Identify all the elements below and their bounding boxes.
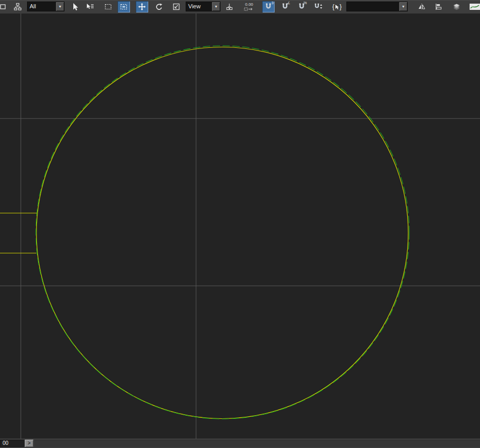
- snap-3d-superscript: 3: [271, 1, 274, 5]
- chevron-down-icon: ▼: [214, 5, 218, 8]
- snap-offset-control[interactable]: 0.00: [240, 1, 258, 12]
- status-numeric-field[interactable]: 00: [0, 440, 24, 447]
- select-and-rotate-button[interactable]: [153, 1, 165, 12]
- magnet-spinner-icon: [314, 3, 322, 11]
- percent-snap-superscript: %: [304, 1, 307, 5]
- mirror-icon: [418, 3, 426, 11]
- schematic-view-button[interactable]: [11, 1, 24, 12]
- select-by-name-icon: [86, 3, 94, 11]
- mirror-button[interactable]: [416, 1, 428, 12]
- scale-icon: [172, 3, 180, 11]
- selection-filter-value: All: [28, 2, 56, 11]
- rotate-icon: [155, 3, 163, 11]
- viewport-canvas[interactable]: [0, 14, 480, 439]
- rectangular-selection-region-button[interactable]: [102, 1, 114, 12]
- select-and-scale-button[interactable]: [170, 1, 183, 12]
- schematic-view-icon: [14, 3, 22, 11]
- selection-filter-dropdown-arrow[interactable]: ▼: [56, 2, 64, 11]
- angle-snap-superscript: ∠: [287, 1, 290, 5]
- spinner-snap-toggle-button[interactable]: [312, 1, 325, 12]
- snaps-toggle-3d-button[interactable]: 3: [262, 1, 275, 12]
- status-bar: 00 >: [0, 439, 480, 448]
- offset-snap-icon: [244, 7, 254, 11]
- layer-manager-button[interactable]: [450, 1, 463, 12]
- named-selection-dropdown[interactable]: ▼: [346, 2, 408, 11]
- snap-offset-value: 0.00: [245, 2, 253, 7]
- window-crossing-icon: [120, 3, 128, 11]
- curve-editor-button[interactable]: [469, 1, 480, 12]
- application-window: All ▼: [0, 0, 480, 448]
- toolbar-cropped-button[interactable]: [0, 1, 6, 12]
- window-crossing-toggle-button[interactable]: [118, 1, 130, 12]
- cursor-arrow-icon: [334, 4, 340, 10]
- status-bar-track: [34, 440, 480, 447]
- use-pivot-point-center-button[interactable]: [223, 1, 236, 12]
- cursor-arrow-icon: [71, 3, 80, 11]
- coord-system-dropdown-arrow[interactable]: ▼: [212, 2, 220, 11]
- named-selection-dropdown-arrow[interactable]: ▼: [399, 2, 407, 11]
- select-object-button[interactable]: [69, 1, 82, 12]
- curve-editor-icon: [469, 3, 480, 11]
- align-icon: [434, 3, 443, 11]
- chevron-down-icon: ▼: [401, 5, 405, 8]
- coord-system-value: View: [186, 2, 212, 11]
- angle-snap-toggle-button[interactable]: ∠: [279, 1, 291, 12]
- selection-filter-dropdown[interactable]: All ▼: [27, 2, 64, 11]
- layers-icon: [452, 3, 461, 11]
- align-button[interactable]: [432, 1, 445, 12]
- reference-coordinate-system-dropdown[interactable]: View ▼: [186, 2, 220, 11]
- main-toolbar: All ▼: [0, 0, 480, 14]
- percent-snap-toggle-button[interactable]: %: [295, 1, 308, 12]
- select-and-move-button[interactable]: [136, 1, 148, 12]
- dashed-rectangle-icon: [104, 3, 112, 11]
- cropped-square-icon: [0, 3, 6, 11]
- select-by-name-button[interactable]: [84, 1, 96, 12]
- move-arrows-icon: [138, 3, 146, 11]
- chevron-down-icon: ▼: [58, 5, 62, 8]
- prompt-button[interactable]: >: [25, 440, 33, 447]
- named-selection-value: [347, 2, 399, 11]
- brace-close-icon: }: [340, 4, 342, 10]
- named-selection-sets-button[interactable]: { }: [330, 1, 344, 12]
- pivot-center-icon: [225, 3, 233, 11]
